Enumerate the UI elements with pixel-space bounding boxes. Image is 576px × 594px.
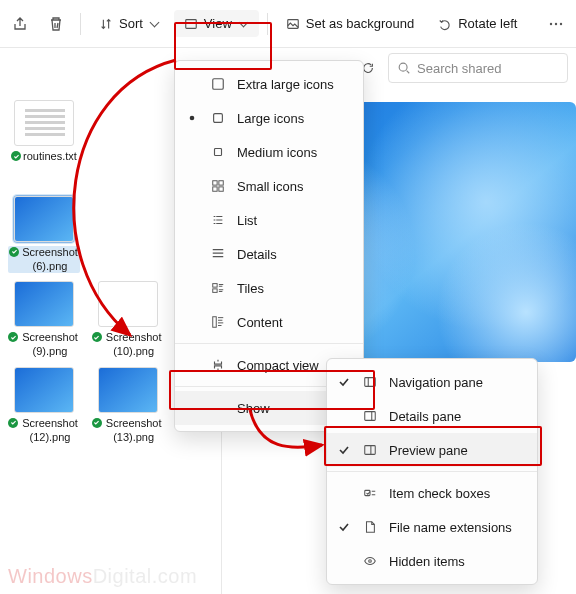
search-icon bbox=[397, 61, 411, 75]
file-name: Screenshot (12).png bbox=[20, 417, 80, 445]
menu-item-label: Content bbox=[237, 315, 349, 330]
svg-point-3 bbox=[555, 22, 557, 24]
search-box[interactable] bbox=[388, 53, 568, 83]
svg-rect-0 bbox=[186, 19, 197, 28]
medium-icons-icon bbox=[209, 145, 227, 159]
share-button[interactable] bbox=[4, 10, 36, 38]
radio-mark bbox=[185, 114, 199, 122]
svg-rect-19 bbox=[365, 446, 376, 455]
delete-button[interactable] bbox=[40, 10, 72, 38]
submenu-item-label: Item check boxes bbox=[389, 486, 523, 501]
svg-point-7 bbox=[190, 116, 195, 121]
extra-large-icons-icon bbox=[209, 77, 227, 91]
chevron-down-icon bbox=[149, 16, 160, 31]
file-item[interactable]: Screenshot (12).png bbox=[8, 367, 80, 445]
compact-view-icon bbox=[209, 358, 227, 372]
svg-point-5 bbox=[399, 63, 407, 71]
menu-divider bbox=[327, 471, 537, 472]
check-mark bbox=[337, 521, 351, 533]
submenu-item-checkboxes[interactable]: Item check boxes bbox=[327, 476, 537, 510]
submenu-item-preview-pane[interactable]: Preview pane bbox=[327, 433, 537, 467]
sync-status-icon bbox=[11, 151, 21, 161]
svg-point-21 bbox=[369, 560, 372, 563]
set-background-label: Set as background bbox=[306, 16, 414, 31]
view-label: View bbox=[204, 16, 232, 31]
hidden-items-icon bbox=[361, 554, 379, 568]
file-item[interactable]: Screenshot (10).png bbox=[92, 281, 164, 359]
tiles-icon bbox=[209, 281, 227, 295]
check-mark bbox=[337, 444, 351, 456]
sort-button[interactable]: Sort bbox=[89, 10, 170, 37]
content-icon bbox=[209, 315, 227, 329]
menu-item-label: Large icons bbox=[237, 111, 349, 126]
rotate-left-label: Rotate left bbox=[458, 16, 517, 31]
sync-status-icon bbox=[92, 332, 102, 342]
checkboxes-icon bbox=[361, 486, 379, 500]
menu-item-list[interactable]: List bbox=[175, 203, 363, 237]
menu-item-label: Small icons bbox=[237, 179, 349, 194]
svg-rect-14 bbox=[213, 284, 217, 288]
svg-rect-11 bbox=[219, 181, 223, 185]
file-name: Screenshot (10).png bbox=[104, 331, 164, 359]
menu-item-label: Details bbox=[237, 247, 349, 262]
file-thumb bbox=[14, 196, 74, 242]
submenu-item-label: File name extensions bbox=[389, 520, 523, 535]
sync-status-icon bbox=[8, 418, 18, 428]
sync-status-icon bbox=[9, 247, 19, 257]
menu-item-label: Tiles bbox=[237, 281, 349, 296]
menu-item-small-icons[interactable]: Small icons bbox=[175, 169, 363, 203]
file-name: Screenshot (13).png bbox=[104, 417, 164, 445]
sync-status-icon bbox=[8, 332, 18, 342]
file-item[interactable]: Screenshot (6).png bbox=[8, 196, 80, 274]
file-thumb bbox=[14, 100, 74, 146]
menu-item-tiles[interactable]: Tiles bbox=[175, 271, 363, 305]
file-thumb bbox=[98, 281, 158, 327]
submenu-item-hidden-items[interactable]: Hidden items bbox=[327, 544, 537, 578]
list-icon bbox=[209, 213, 227, 227]
check-mark bbox=[337, 376, 351, 388]
file-thumb bbox=[14, 367, 74, 413]
file-item[interactable]: Screenshot (13).png bbox=[92, 367, 164, 445]
menu-divider bbox=[175, 343, 363, 344]
file-name: Screenshot (6).png bbox=[21, 246, 79, 274]
menu-item-label: List bbox=[237, 213, 349, 228]
svg-rect-8 bbox=[214, 114, 223, 123]
search-input[interactable] bbox=[417, 61, 547, 76]
file-name: routines.txt bbox=[23, 150, 77, 164]
more-button[interactable] bbox=[540, 10, 572, 38]
menu-item-large-icons[interactable]: Large icons bbox=[175, 101, 363, 135]
submenu-item-file-extensions[interactable]: File name extensions bbox=[327, 510, 537, 544]
svg-rect-10 bbox=[213, 181, 217, 185]
svg-rect-15 bbox=[213, 289, 217, 293]
menu-item-medium-icons[interactable]: Medium icons bbox=[175, 135, 363, 169]
menu-item-content[interactable]: Content bbox=[175, 305, 363, 339]
svg-point-4 bbox=[560, 22, 562, 24]
svg-rect-6 bbox=[213, 79, 224, 90]
chevron-down-icon bbox=[238, 16, 249, 31]
menu-item-extra-large-icons[interactable]: Extra large icons bbox=[175, 67, 363, 101]
watermark: WindowsDigital.com bbox=[8, 565, 197, 588]
details-icon bbox=[209, 247, 227, 261]
menu-item-label: Medium icons bbox=[237, 145, 349, 160]
separator bbox=[267, 13, 268, 35]
set-background-button[interactable]: Set as background bbox=[276, 10, 424, 37]
view-button[interactable]: View bbox=[174, 10, 259, 37]
file-thumb bbox=[98, 367, 158, 413]
details-pane-icon bbox=[361, 409, 379, 423]
submenu-item-label: Hidden items bbox=[389, 554, 523, 569]
submenu-item-label: Navigation pane bbox=[389, 375, 523, 390]
large-icons-icon bbox=[209, 111, 227, 125]
submenu-item-details-pane[interactable]: Details pane bbox=[327, 399, 537, 433]
sort-label: Sort bbox=[119, 16, 143, 31]
svg-rect-13 bbox=[219, 187, 223, 191]
file-item[interactable]: routines.txt bbox=[8, 100, 80, 164]
sync-status-icon bbox=[92, 418, 102, 428]
svg-rect-12 bbox=[213, 187, 217, 191]
rotate-left-button[interactable]: Rotate left bbox=[428, 10, 527, 37]
submenu-item-navigation-pane[interactable]: Navigation pane bbox=[327, 365, 537, 399]
menu-item-details[interactable]: Details bbox=[175, 237, 363, 271]
file-extensions-icon bbox=[361, 520, 379, 534]
separator bbox=[80, 13, 81, 35]
file-thumb bbox=[14, 281, 74, 327]
file-item[interactable]: Screenshot (9).png bbox=[8, 281, 80, 359]
